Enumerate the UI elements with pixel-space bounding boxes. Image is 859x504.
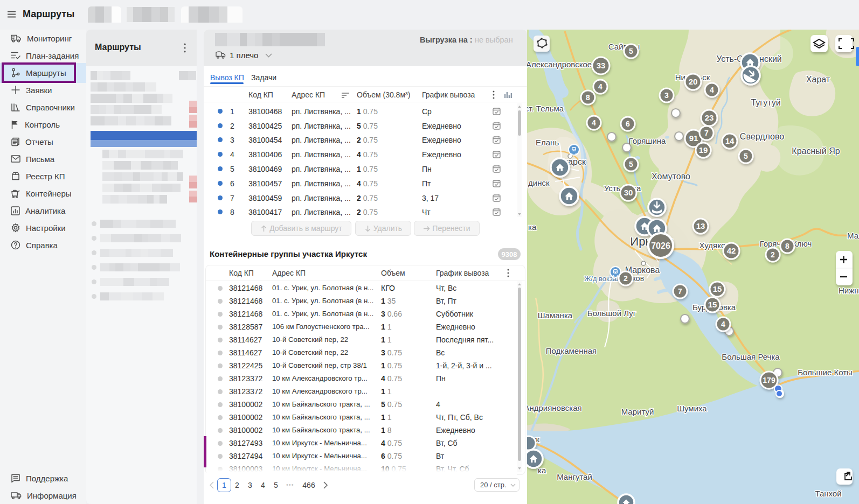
svg-text:5: 5 [629, 47, 633, 55]
svg-text:15: 15 [708, 300, 717, 309]
svg-text:ст. Тельма: ст. Тельма [527, 104, 564, 113]
svg-text:4: 4 [598, 82, 602, 91]
svg-text:Большая Речка: Большая Речка [722, 352, 780, 361]
svg-text:ка: ка [528, 222, 537, 232]
svg-text:5: 5 [629, 160, 633, 169]
svg-text:42: 42 [727, 246, 736, 255]
svg-text:Горяшина: Горяшина [629, 136, 666, 145]
svg-text:Нижни: Нижни [839, 286, 859, 295]
svg-text:8: 8 [785, 242, 789, 250]
svg-text:5: 5 [744, 152, 748, 160]
svg-text:14: 14 [725, 136, 735, 145]
svg-text:Свердлово: Свердлово [740, 132, 784, 141]
svg-text:6: 6 [626, 120, 630, 128]
svg-text:7026: 7026 [651, 241, 670, 250]
svg-text:20: 20 [689, 77, 698, 86]
svg-text:2: 2 [624, 274, 628, 283]
svg-text:Большие Коты: Большие Коты [798, 368, 853, 377]
svg-text:Маритуй: Маритуй [621, 407, 654, 416]
svg-text:7: 7 [704, 129, 709, 137]
svg-text:3: 3 [664, 91, 669, 100]
svg-text:Харат: Харат [806, 75, 830, 84]
svg-text:Александровское: Александровское [527, 60, 592, 69]
svg-text:Красный Яр: Красный Яр [792, 146, 840, 156]
svg-text:Подкаменная: Подкаменная [546, 346, 597, 355]
svg-text:13: 13 [696, 221, 705, 230]
svg-text:4: 4 [592, 118, 596, 127]
svg-text:23: 23 [705, 113, 714, 122]
svg-text:Андрияновская: Андрияновская [527, 403, 582, 412]
svg-text:15: 15 [713, 284, 722, 293]
svg-text:Мангутай: Мангутай [557, 472, 592, 481]
svg-text:30: 30 [624, 188, 633, 197]
svg-text:Шаманка: Шаманка [538, 311, 573, 320]
svg-text:19: 19 [699, 145, 708, 155]
svg-text:динск: динск [528, 178, 550, 187]
svg-text:91: 91 [689, 134, 698, 143]
svg-text:Шумиха: Шумиха [677, 404, 707, 413]
svg-text:Большой Луг: Большой Луг [587, 309, 636, 318]
svg-text:7: 7 [678, 287, 682, 296]
svg-text:Танхой: Танхой [815, 489, 841, 498]
svg-text:33: 33 [597, 61, 606, 70]
svg-text:хов: хов [632, 274, 644, 283]
svg-text:4: 4 [721, 320, 725, 328]
svg-text:Мал: Мал [847, 231, 859, 240]
svg-text:Елань: Елань [536, 138, 559, 147]
svg-text:2: 2 [771, 250, 775, 259]
svg-text:179: 179 [763, 376, 775, 384]
svg-text:8: 8 [586, 93, 590, 102]
svg-text:4: 4 [710, 86, 714, 94]
svg-text:Тугутуй: Тугутуй [751, 98, 780, 107]
svg-text:Хомутово: Хомутово [652, 172, 690, 181]
